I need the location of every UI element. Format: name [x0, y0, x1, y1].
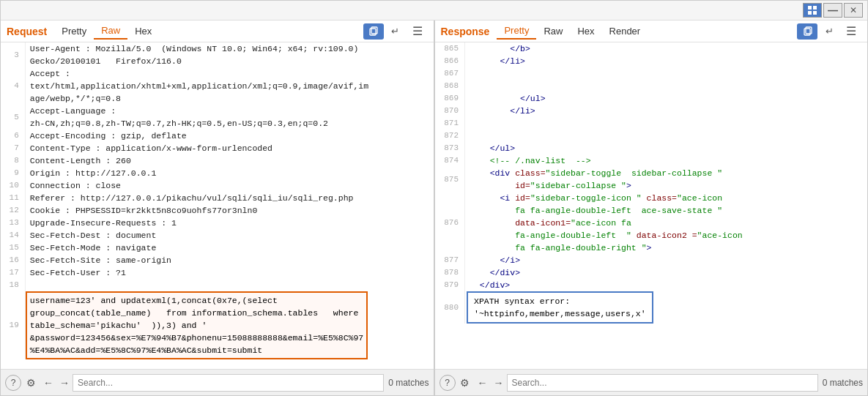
table-row: 7 Content-Type : application/x-www-form-…	[1, 142, 434, 154]
table-row: 8 Content-Length : 260	[1, 154, 434, 167]
menu-icon-right[interactable]: ☰	[841, 23, 861, 40]
table-row: 12 Cookie : PHPSESSID=kr2kkt5n8co9uohfs7…	[1, 204, 434, 217]
table-row: 18	[1, 279, 434, 291]
table-row: 17 Sec-Fetch-User : ?1	[1, 266, 434, 279]
right-panel-tabs: Response Pretty Raw Hex Render ↵ ☰	[435, 20, 868, 42]
tab-hex-left[interactable]: Hex	[127, 23, 159, 39]
svg-rect-0	[808, 6, 812, 10]
forward-icon-right[interactable]: →	[491, 375, 507, 391]
tab-render-right[interactable]: Render	[602, 23, 648, 39]
svg-rect-2	[808, 11, 812, 15]
tab-raw-right[interactable]: Raw	[536, 23, 570, 39]
grid-icon[interactable]	[803, 3, 822, 18]
table-row: 867	[435, 67, 868, 80]
table-row: 4 Accept :text/html,application/xhtml+xm…	[1, 67, 434, 105]
help-icon-left[interactable]: ?	[5, 375, 21, 391]
settings-icon-right[interactable]: ⚙	[457, 375, 473, 391]
svg-rect-1	[813, 6, 817, 10]
left-bottom-bar: ? ⚙ ← → 0 matches	[1, 369, 434, 395]
tab-pretty-left[interactable]: Pretty	[54, 23, 94, 39]
table-row: 5 Accept-Language :zh-CN,zh;q=0.8,zh-TW;…	[1, 105, 434, 130]
left-panel-title: Request	[7, 26, 47, 37]
copy-icon-left[interactable]	[363, 23, 384, 40]
left-panel-content: 3 User-Agent : Mozilla/5.0 (Windows NT 1…	[1, 42, 434, 369]
table-row: 873 </ul>	[435, 142, 868, 154]
forward-icon-left[interactable]: →	[56, 375, 73, 391]
menu-icon-left[interactable]: ☰	[407, 23, 428, 40]
table-row: 13 Upgrade-Insecure-Requests : 1	[1, 217, 434, 229]
table-row: 869 </ul>	[435, 92, 868, 105]
table-row: 875 <div class="sidebar-toggle sidebar-c…	[435, 167, 868, 192]
right-panel: Response Pretty Raw Hex Render ↵ ☰	[435, 20, 868, 395]
table-row: 874 <!-- /.nav-list -->	[435, 154, 868, 167]
svg-rect-4	[370, 29, 376, 35]
highlighted-row: 19 username=123' and updatexml(1,concat(…	[1, 291, 434, 359]
table-row: 876 <i id="sidebar-toggle-icon " class="…	[435, 192, 868, 254]
back-icon-right[interactable]: ←	[475, 375, 491, 391]
highlighted-row-right: 880 XPATH syntax error: '~httpinfo,membe…	[435, 291, 868, 324]
search-input-left[interactable]	[73, 374, 384, 392]
settings-icon-left[interactable]: ⚙	[23, 375, 39, 391]
table-row: 868	[435, 80, 868, 92]
table-row: 16 Sec-Fetch-Site : same-origin	[1, 254, 434, 266]
minus-icon[interactable]: —	[823, 3, 842, 18]
table-row: 3 User-Agent : Mozilla/5.0 (Windows NT 1…	[1, 42, 434, 67]
table-row: 15 Sec-Fetch-Mode : navigate	[1, 242, 434, 254]
table-row: 871	[435, 117, 868, 130]
tab-pretty-right[interactable]: Pretty	[497, 23, 536, 40]
tab-raw-left[interactable]: Raw	[94, 23, 127, 40]
svg-rect-7	[806, 27, 812, 34]
svg-rect-6	[804, 29, 810, 35]
table-row: 878 </div>	[435, 266, 868, 279]
table-row: 11 Referer : http://127.0.0.1/pikachu/vu…	[1, 192, 434, 204]
right-panel-title: Response	[441, 26, 490, 37]
right-panel-content: 865 </b> 866 </li> 867	[435, 42, 868, 369]
close-icon[interactable]: ✕	[844, 3, 863, 18]
table-row: 879 </div>	[435, 279, 868, 291]
table-row: 10 Connection : close	[1, 179, 434, 192]
table-row: 865 </b>	[435, 42, 868, 55]
back-icon-left[interactable]: ←	[40, 375, 56, 391]
table-row: 870 </li>	[435, 105, 868, 117]
table-row: 9 Origin : http://127.0.0.1	[1, 167, 434, 179]
table-row: 866 </li>	[435, 55, 868, 67]
right-bottom-bar: ? ⚙ ← → 0 matches	[435, 369, 868, 395]
search-input-right[interactable]	[507, 374, 818, 392]
match-count-right: 0 matches	[823, 378, 863, 388]
tab-hex-right[interactable]: Hex	[570, 23, 601, 39]
wrap-icon-left[interactable]: ↵	[385, 23, 406, 40]
table-row: 6 Accept-Encoding : gzip, deflate	[1, 130, 434, 142]
toolbar: — ✕	[1, 1, 867, 20]
table-row: 872	[435, 130, 868, 142]
help-icon-right[interactable]: ?	[439, 375, 456, 391]
table-row: 877 </i>	[435, 254, 868, 266]
wrap-icon-right[interactable]: ↵	[819, 23, 839, 40]
svg-rect-3	[813, 11, 817, 15]
svg-rect-5	[371, 27, 377, 34]
match-count-left: 0 matches	[388, 378, 429, 388]
left-panel-tabs: Request Pretty Raw Hex ↵ ☰	[1, 20, 434, 42]
left-panel: Request Pretty Raw Hex ↵ ☰ 3	[1, 20, 435, 395]
copy-icon-right[interactable]	[797, 23, 817, 40]
table-row: 14 Sec-Fetch-Dest : document	[1, 229, 434, 242]
